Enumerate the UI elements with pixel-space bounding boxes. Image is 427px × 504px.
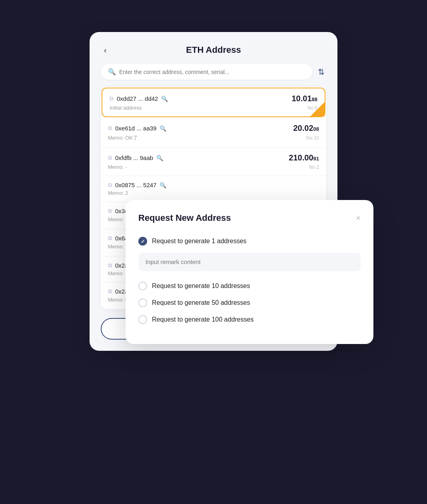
addr-bottom: Memo: OK了 No.10	[108, 134, 319, 142]
addr-amount-small: 08	[313, 126, 319, 132]
radio-option[interactable]: Request to generate 50 addresses	[138, 294, 361, 311]
radio-label: Request to generate 1 addresses	[152, 238, 247, 245]
address-item[interactable]: ⧉ 0x0875 ... 5247 🔍 Memo: 2	[101, 176, 326, 202]
remark-input[interactable]	[146, 258, 353, 265]
page-title: ETH Address	[186, 45, 241, 55]
modal-options: ✓ Request to generate 1 addresses Reques…	[138, 233, 361, 328]
request-new-address-modal: Request New Address × ✓ Request to gener…	[126, 200, 373, 344]
copy-icon[interactable]: ⧉	[108, 125, 112, 132]
addr-bottom: Initial address No.0	[110, 105, 317, 111]
addr-amount-small: 88	[312, 96, 317, 102]
search-box: 🔍	[101, 64, 312, 80]
addr-top: ⧉ 0xe61d ... aa39 🔍 20.0208	[108, 124, 319, 133]
radio-circle	[138, 315, 147, 324]
radio-label: Request to generate 50 addresses	[152, 299, 250, 306]
search-input[interactable]	[119, 69, 305, 75]
radio-option[interactable]: Request to generate 10 addresses	[138, 278, 361, 294]
addr-left: ⧉ 0xfdfb ... 9aab 🔍	[108, 154, 163, 161]
addr-bottom: Memo: 2	[108, 190, 319, 196]
modal-header: Request New Address ×	[138, 213, 361, 223]
addr-bottom: Memo: - No.2	[108, 164, 319, 170]
address-item[interactable]: ⧉ 0xe61d ... aa39 🔍 20.0208 Memo: OK了 No…	[101, 118, 326, 148]
copy-icon[interactable]: ⧉	[108, 154, 112, 161]
search-addr-icon[interactable]: 🔍	[160, 125, 166, 132]
addr-no: No.2	[309, 164, 319, 170]
addr-left: ⧉ 0xdd27 ... dd42 🔍	[110, 95, 168, 102]
addr-amount-big: 210.00	[289, 153, 313, 162]
radio-option[interactable]: ✓ Request to generate 1 addresses	[138, 233, 361, 250]
radio-circle: ✓	[138, 237, 147, 246]
radio-check: ✓	[141, 238, 145, 244]
addr-top: ⧉ 0xfdfb ... 9aab 🔍 210.0091	[108, 153, 319, 162]
radio-option[interactable]: Request to generate 100 addresses	[138, 311, 361, 328]
addr-memo: Memo: 2	[108, 190, 128, 196]
addr-text: 0xe61d ... aa39	[115, 125, 156, 132]
addr-left: ⧉ 0x0875 ... 5247 🔍	[108, 182, 166, 188]
search-addr-icon[interactable]: 🔍	[156, 155, 163, 161]
search-row: 🔍 ⇅	[101, 64, 326, 80]
addr-left: ⧉ 0xe61d ... aa39 🔍	[108, 125, 166, 132]
search-icon: 🔍	[108, 68, 116, 76]
main-container: ‹ ETH Address 🔍 ⇅ ⧉ 0xdd27 ... dd42 🔍 10…	[78, 32, 349, 472]
address-item[interactable]: ⧉ 0xdd27 ... dd42 🔍 10.0188 Initial addr…	[102, 88, 325, 117]
radio-circle	[138, 282, 147, 290]
copy-icon[interactable]: ⧉	[108, 208, 112, 214]
copy-icon[interactable]: ⧉	[108, 288, 112, 295]
address-item[interactable]: ⧉ 0xfdfb ... 9aab 🔍 210.0091 Memo: - No.…	[101, 148, 326, 176]
modal-title: Request New Address	[138, 213, 231, 223]
filter-button[interactable]: ⇅	[316, 66, 326, 78]
addr-memo: Initial address	[110, 105, 142, 111]
radio-circle	[138, 298, 147, 307]
addr-top: ⧉ 0x0875 ... 5247 🔍	[108, 182, 319, 188]
radio-label: Request to generate 10 addresses	[152, 282, 250, 290]
copy-icon[interactable]: ⧉	[108, 262, 112, 269]
copy-icon[interactable]: ⧉	[108, 235, 112, 242]
back-button[interactable]: ‹	[101, 44, 110, 56]
selected-badge	[310, 102, 325, 116]
header: ‹ ETH Address	[101, 45, 326, 55]
addr-memo: Memo: OK了	[108, 134, 138, 142]
search-addr-icon[interactable]: 🔍	[161, 96, 168, 102]
addr-amount-small: 91	[313, 156, 319, 162]
addr-text: 0x0875 ... 5247	[115, 182, 156, 188]
addr-right: 210.0091	[289, 153, 319, 162]
addr-amount-big: 10.01	[291, 94, 311, 103]
addr-text: 0xdd27 ... dd42	[117, 95, 158, 102]
addr-no: No.10	[306, 135, 319, 141]
modal-close-button[interactable]: ×	[356, 214, 361, 222]
addr-right: 20.0208	[293, 124, 319, 133]
addr-amount-big: 20.02	[293, 124, 313, 133]
copy-icon[interactable]: ⧉	[110, 95, 114, 102]
radio-label: Request to generate 100 addresses	[152, 316, 253, 323]
remark-input-box	[138, 253, 361, 271]
addr-text: 0xfdfb ... 9aab	[115, 154, 153, 161]
search-addr-icon[interactable]: 🔍	[160, 182, 166, 188]
copy-icon[interactable]: ⧉	[108, 182, 112, 188]
addr-memo: Memo: -	[108, 164, 127, 170]
addr-top: ⧉ 0xdd27 ... dd42 🔍 10.0188	[110, 94, 317, 103]
